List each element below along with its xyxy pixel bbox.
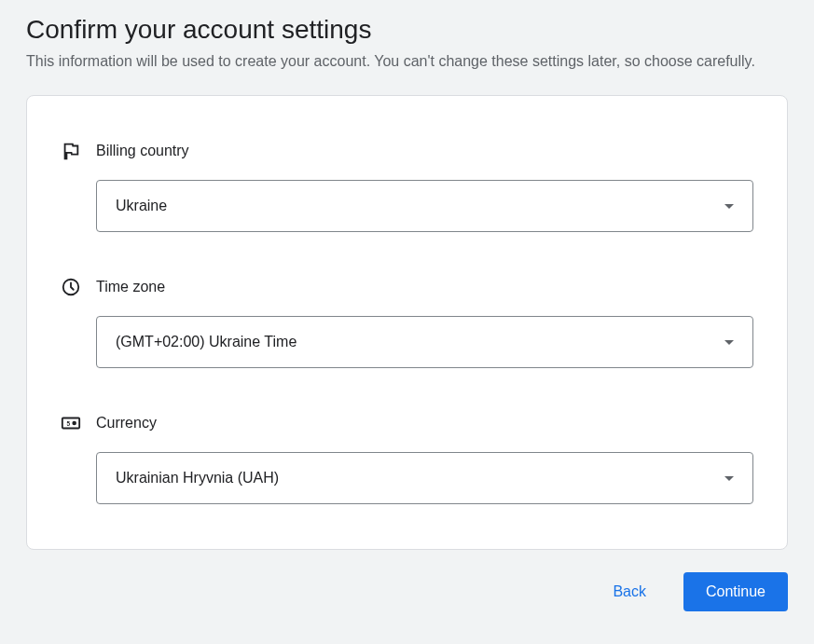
- action-bar: Back Continue: [26, 572, 788, 611]
- svg-text:5: 5: [66, 420, 70, 427]
- svg-rect-1: [62, 418, 79, 429]
- billing-country-value: Ukraine: [116, 198, 167, 214]
- time-zone-select[interactable]: (GMT+02:00) Ukraine Time: [96, 316, 753, 368]
- time-zone-value: (GMT+02:00) Ukraine Time: [116, 334, 297, 350]
- clock-icon: [61, 277, 81, 297]
- currency-header: 5 Currency: [61, 413, 753, 433]
- settings-card: Billing country Ukraine Time zone (GMT+0…: [26, 95, 788, 550]
- chevron-down-icon: [724, 204, 734, 209]
- billing-country-label: Billing country: [96, 143, 189, 159]
- chevron-down-icon: [724, 476, 734, 481]
- time-zone-group: Time zone (GMT+02:00) Ukraine Time: [61, 277, 753, 368]
- time-zone-label: Time zone: [96, 279, 165, 295]
- time-zone-header: Time zone: [61, 277, 753, 297]
- billing-country-group: Billing country Ukraine: [61, 141, 753, 232]
- continue-button[interactable]: Continue: [683, 572, 788, 611]
- page-subtitle: This information will be used to create …: [26, 50, 788, 73]
- billing-country-header: Billing country: [61, 141, 753, 161]
- back-button[interactable]: Back: [601, 576, 657, 608]
- flag-icon: [61, 141, 81, 161]
- currency-label: Currency: [96, 415, 157, 432]
- page-header: Confirm your account settings This infor…: [26, 15, 788, 73]
- svg-point-3: [72, 421, 76, 426]
- currency-value: Ukrainian Hryvnia (UAH): [116, 470, 279, 486]
- billing-country-select[interactable]: Ukraine: [96, 180, 753, 232]
- currency-icon: 5: [61, 413, 81, 433]
- currency-select[interactable]: Ukrainian Hryvnia (UAH): [96, 452, 753, 504]
- page-title: Confirm your account settings: [26, 15, 788, 45]
- chevron-down-icon: [724, 340, 734, 345]
- currency-group: 5 Currency Ukrainian Hryvnia (UAH): [61, 413, 753, 504]
